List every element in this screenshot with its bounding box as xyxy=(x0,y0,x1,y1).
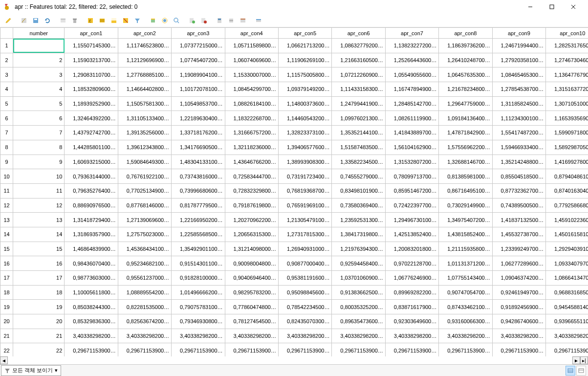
column-header[interactable]: apr_con8 xyxy=(439,28,492,39)
cell[interactable]: 0,87768146000… xyxy=(118,198,171,213)
row-header[interactable]: 1 xyxy=(0,39,13,53)
cell[interactable]: 1,33718176200… xyxy=(172,126,225,140)
cell[interactable]: 1,08889554200… xyxy=(118,285,171,300)
cell[interactable]: 1,27467304600… xyxy=(546,53,588,67)
cell[interactable]: 0,79635276400… xyxy=(65,183,118,198)
cell[interactable]: 1,05549055600… xyxy=(385,67,438,82)
table-row[interactable]: 771,43792742700…1,39135256000…1,33718176… xyxy=(0,126,588,140)
column-header[interactable]: apr_con5 xyxy=(278,28,331,39)
table-row[interactable]: 331,29083110700…1,27768885100…1,19089904… xyxy=(0,67,588,82)
delete-icon[interactable] xyxy=(69,15,80,26)
column-header[interactable]: apr_con1 xyxy=(65,28,118,39)
cell[interactable]: 0,77925866800… xyxy=(546,198,588,213)
cell[interactable]: 9 xyxy=(13,155,65,169)
cell[interactable]: 0,94545881400… xyxy=(546,300,588,314)
cell[interactable]: 1,45368434100… xyxy=(118,242,171,256)
cell[interactable]: 1,10172078100… xyxy=(172,82,225,97)
cell[interactable]: 1,45016158100… xyxy=(546,227,588,242)
cell[interactable]: 0,95381191600… xyxy=(278,271,331,286)
cell[interactable]: 0,91892456900… xyxy=(492,300,545,314)
cell[interactable]: 1,39135256000… xyxy=(118,126,171,140)
cell[interactable]: 0,86716495100… xyxy=(439,183,492,198)
table-row[interactable]: 881,44285801100…1,39612343800…1,34176690… xyxy=(0,140,588,155)
cell[interactable]: 1,21976394300… xyxy=(332,242,385,256)
cell[interactable]: 0,88690976500… xyxy=(65,198,118,213)
row-header[interactable]: 19 xyxy=(0,300,13,314)
cell[interactable]: 1,41843889700… xyxy=(385,126,438,140)
cell[interactable]: 0,73029149900… xyxy=(439,198,492,213)
column-header[interactable]: apr_con10 xyxy=(546,28,588,39)
cell[interactable]: 0,78542234500… xyxy=(278,300,331,314)
cell[interactable]: 0,90747054700… xyxy=(439,285,492,300)
row-header[interactable]: 9 xyxy=(0,155,13,169)
cell[interactable]: 10 xyxy=(13,169,65,184)
cell[interactable]: 1,32118236000… xyxy=(225,140,278,155)
cell[interactable]: 1,31214098000… xyxy=(225,242,278,256)
maximize-button[interactable] xyxy=(541,0,563,14)
cell[interactable]: 1,09184136400… xyxy=(439,111,492,126)
cell[interactable]: 1,38417319800… xyxy=(332,227,385,242)
cell[interactable]: 0,83498101900… xyxy=(332,183,385,198)
cell[interactable]: 0,81787779500… xyxy=(172,198,225,213)
cell[interactable]: 1,20083201800… xyxy=(385,242,438,256)
cell[interactable]: 0,73580369400… xyxy=(332,198,385,213)
cell[interactable]: 0,77025134900… xyxy=(118,183,171,198)
cell[interactable]: 0,29671153900… xyxy=(65,343,118,356)
cell[interactable]: 20 xyxy=(13,314,65,329)
cell[interactable]: 0,98295783200… xyxy=(225,285,278,300)
cell[interactable]: 0,29671153900… xyxy=(439,343,492,356)
table-row[interactable]: 15151,46864839900…1,45368434100…1,354929… xyxy=(0,242,588,256)
cell[interactable]: 0,93160066300… xyxy=(439,314,492,329)
row-header[interactable]: 11 xyxy=(0,183,13,198)
cell[interactable]: 1,08465465300… xyxy=(492,67,545,82)
cell[interactable]: 21 xyxy=(13,329,65,343)
table-row[interactable]: 20200,85329836300…0,82563674200…0,793469… xyxy=(0,314,588,329)
cell[interactable]: 0,79363144000… xyxy=(65,169,118,184)
cell[interactable]: 1,47871842900… xyxy=(439,126,492,140)
cell[interactable]: 1,31869357900… xyxy=(65,227,118,242)
cell[interactable]: 0,73743816000… xyxy=(172,169,225,184)
cell[interactable]: 1,43792742700… xyxy=(65,126,118,140)
cell[interactable]: 1,31185824500… xyxy=(492,96,545,111)
cell[interactable]: 1,09334079700… xyxy=(546,256,588,271)
column-header[interactable]: apr_con6 xyxy=(332,28,385,39)
cell[interactable]: 1,21663160500… xyxy=(332,53,385,67)
cell[interactable]: 1,33582234500… xyxy=(332,155,385,169)
cell[interactable]: 1,27575023000… xyxy=(118,227,171,242)
cell[interactable]: 0,81385981000… xyxy=(439,169,492,184)
cell[interactable]: 1,32688146700… xyxy=(439,155,492,169)
row-header[interactable]: 14 xyxy=(0,227,13,242)
table-row[interactable]: 10100,79363144000…0,76761922100…0,737438… xyxy=(0,169,588,184)
cell[interactable] xyxy=(13,39,65,53)
row-header[interactable]: 21 xyxy=(0,329,13,343)
cell[interactable]: 1,14800373600… xyxy=(278,96,331,111)
cell[interactable]: 3,40338298200… xyxy=(439,329,492,343)
row-header[interactable]: 22 xyxy=(0,343,13,356)
table-row[interactable]: 17170,98773603000…0,95561237000…0,918281… xyxy=(0,271,588,286)
dock-icon[interactable] xyxy=(253,15,264,26)
cell[interactable]: 1,31532807200… xyxy=(385,155,438,169)
cell[interactable]: 0,95561237000… xyxy=(118,271,171,286)
cell[interactable]: 1,29647759000… xyxy=(439,96,492,111)
cell[interactable]: 1,21115935800… xyxy=(439,242,492,256)
cell[interactable]: 0,87433462100… xyxy=(439,300,492,314)
cell[interactable]: 1,11575005800… xyxy=(278,67,331,82)
column-header[interactable]: apr_con9 xyxy=(492,28,545,39)
cell[interactable]: 0,79346930800… xyxy=(172,314,225,329)
cell[interactable]: 1,35492901100… xyxy=(172,242,225,256)
cell[interactable]: 1,19089904100… xyxy=(172,67,225,82)
cell[interactable]: 17 xyxy=(13,271,65,286)
cell[interactable]: 1,45532738700… xyxy=(492,227,545,242)
cell[interactable]: 0,98436070400… xyxy=(65,256,118,271)
cell[interactable]: 0,90877000400… xyxy=(278,256,331,271)
cell[interactable]: 3,40338298200… xyxy=(278,329,331,343)
pan-to-icon[interactable] xyxy=(159,15,170,26)
attribute-table[interactable]: numberapr_con1apr_con2apr_con3apr_con4ap… xyxy=(0,27,588,356)
table-row[interactable]: 22220,29671153900…0,29671153900…0,296711… xyxy=(0,343,588,356)
cell[interactable]: 0,89969282200… xyxy=(385,285,438,300)
cell[interactable]: 1,05711589800… xyxy=(225,39,278,53)
cell[interactable]: 0,29671153900… xyxy=(492,343,545,356)
row-header[interactable]: 15 xyxy=(0,242,13,256)
cell[interactable]: 1,60693215000… xyxy=(65,155,118,169)
row-header[interactable]: 3 xyxy=(0,67,13,82)
